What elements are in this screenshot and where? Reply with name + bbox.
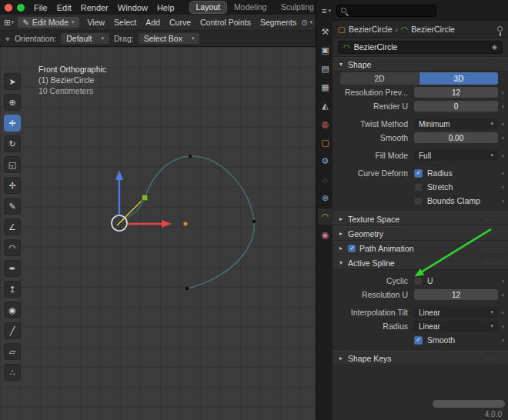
- window-zoom-button[interactable]: [17, 4, 25, 12]
- tilt-tool-button[interactable]: ╱: [4, 322, 21, 339]
- decorator-dot-icon[interactable]: [502, 105, 504, 108]
- orientation-dropdown[interactable]: Default ▾: [61, 33, 109, 44]
- panel-grip-icon[interactable]: [484, 245, 503, 252]
- menu-add[interactable]: Add: [141, 18, 165, 27]
- extrude-tool-button[interactable]: ↥: [4, 281, 21, 298]
- select-box-tool-button[interactable]: ➤: [4, 73, 21, 90]
- control-point[interactable]: [185, 287, 189, 290]
- menu-file[interactable]: File: [29, 3, 52, 12]
- dimension-2d-button[interactable]: 2D: [340, 72, 419, 85]
- window-close-button[interactable]: [5, 4, 12, 12]
- 3d-viewport[interactable]: ➤ ⊕ ✛ ↻ ◱ ✢ ✎ ∠ ◠ ✒ ↥ ◉ ╱ ▱ ∴ Front Orth…: [0, 47, 316, 420]
- decorator-dot-icon[interactable]: [502, 325, 504, 328]
- path-animation-checkbox[interactable]: [348, 245, 356, 252]
- control-point[interactable]: [252, 220, 256, 223]
- tab-object-data[interactable]: ◠: [318, 208, 333, 225]
- tab-tool[interactable]: ⚒: [318, 24, 333, 40]
- tab-physics[interactable]: ◌: [318, 172, 333, 188]
- workspace-tab-modeling[interactable]: Modeling: [228, 2, 273, 13]
- decorator-dot-icon[interactable]: [502, 294, 504, 296]
- rotate-tool-button[interactable]: ↻: [4, 135, 21, 152]
- move-tool-button[interactable]: ✛: [4, 115, 21, 132]
- handle-line[interactable]: [117, 198, 145, 225]
- panel-grip-icon[interactable]: [484, 259, 503, 267]
- menu-window[interactable]: Window: [113, 3, 152, 12]
- draw-curve-tool-button[interactable]: ◠: [4, 239, 21, 256]
- interpolation-radius-dropdown[interactable]: Linear: [414, 321, 498, 332]
- panel-header-path-animation[interactable]: Path Animation: [333, 241, 508, 255]
- shear-tool-button[interactable]: ▱: [4, 343, 21, 360]
- annotate-tool-button[interactable]: ✎: [4, 198, 21, 215]
- transform-tool-button[interactable]: ✢: [4, 177, 21, 194]
- tab-scene[interactable]: ◭: [318, 98, 333, 114]
- gizmo-z-arrowhead[interactable]: [115, 170, 123, 180]
- spline-smooth-checkbox[interactable]: [414, 336, 423, 345]
- menu-segments[interactable]: Segments: [256, 18, 301, 27]
- dimension-3d-button[interactable]: 3D: [419, 72, 498, 85]
- mode-dropdown[interactable]: ✎ Edit Mode ▾: [18, 17, 79, 28]
- tab-world[interactable]: ◍: [318, 116, 333, 132]
- cursor-tool-button[interactable]: ⊕: [4, 94, 21, 111]
- menu-edit[interactable]: Edit: [52, 3, 76, 12]
- pen-tool-button[interactable]: ✒: [4, 260, 21, 277]
- fake-user-shield-icon[interactable]: ◈: [492, 43, 497, 51]
- fill-mode-dropdown[interactable]: Full: [414, 150, 498, 161]
- panel-header-shape-keys[interactable]: Shape Keys: [333, 351, 508, 365]
- measure-tool-button[interactable]: ∠: [4, 218, 21, 235]
- decorator-dot-icon[interactable]: [502, 137, 504, 139]
- resolution-preview-field[interactable]: 12: [414, 87, 498, 98]
- decorator-dot-icon[interactable]: [502, 155, 504, 157]
- selected-control-point[interactable]: [142, 195, 148, 201]
- properties-editor-type-button[interactable]: ≡ ▾: [322, 6, 331, 15]
- twist-smooth-field[interactable]: 0.00: [414, 132, 498, 143]
- tab-object[interactable]: ▢: [318, 135, 333, 151]
- cyclic-u-checkbox[interactable]: [414, 277, 423, 285]
- pin-icon[interactable]: [497, 26, 503, 32]
- stretch-checkbox[interactable]: [414, 183, 423, 192]
- menu-control-points[interactable]: Control Points: [196, 18, 256, 27]
- twist-method-dropdown[interactable]: Minimum: [414, 118, 498, 129]
- breadcrumb-object[interactable]: BezierCircle: [349, 25, 393, 34]
- horizontal-scrollbar[interactable]: [433, 400, 505, 408]
- datablock-name-field[interactable]: ◠ BezierCircle ◈: [338, 41, 503, 54]
- decorator-dot-icon[interactable]: [502, 280, 504, 282]
- decorator-dot-icon[interactable]: [502, 172, 504, 175]
- decorator-dot-icon[interactable]: [502, 92, 504, 94]
- panel-grip-icon[interactable]: [484, 61, 503, 68]
- snapping-controls[interactable]: ⊙ ▾: [301, 18, 312, 27]
- workspace-tab-sculpting[interactable]: Sculpting: [275, 2, 320, 13]
- tab-view-layer[interactable]: ▦: [318, 79, 333, 95]
- gizmo-x-arrowhead[interactable]: [162, 220, 172, 228]
- decorator-dot-icon[interactable]: [502, 339, 504, 342]
- panel-header-active-spline[interactable]: Active Spline: [333, 255, 508, 270]
- panel-header-shape[interactable]: Shape: [333, 57, 508, 72]
- menu-help[interactable]: Help: [152, 3, 179, 12]
- menu-curve[interactable]: Curve: [165, 18, 196, 27]
- tab-render[interactable]: ▣: [318, 42, 333, 58]
- tab-modifiers[interactable]: ⚙: [318, 153, 333, 169]
- tab-output[interactable]: ▤: [318, 61, 333, 77]
- menu-render[interactable]: Render: [76, 3, 113, 12]
- randomize-tool-button[interactable]: ∴: [4, 364, 21, 381]
- radius-tool-button[interactable]: ◉: [4, 302, 21, 318]
- editor-type-button[interactable]: ⊞ ▾: [4, 18, 14, 27]
- tab-constraints[interactable]: ⊗: [318, 190, 333, 206]
- decorator-dot-icon[interactable]: [502, 123, 504, 125]
- panel-grip-icon[interactable]: [484, 230, 503, 238]
- spline-resolution-field[interactable]: 12: [414, 289, 498, 300]
- menu-select[interactable]: Select: [109, 18, 141, 27]
- tab-material[interactable]: ◉: [318, 227, 333, 243]
- bounds-clamp-checkbox[interactable]: [414, 197, 423, 205]
- properties-search-box[interactable]: [336, 5, 436, 17]
- panel-header-geometry[interactable]: Geometry: [333, 226, 508, 241]
- panel-grip-icon[interactable]: [484, 355, 503, 362]
- decorator-dot-icon[interactable]: [502, 186, 504, 188]
- menu-view[interactable]: View: [83, 18, 110, 27]
- drag-dropdown[interactable]: Select Box ▾: [139, 33, 200, 44]
- breadcrumb-data[interactable]: BezierCircle: [411, 25, 455, 34]
- panel-grip-icon[interactable]: [484, 215, 503, 223]
- panel-header-texture-space[interactable]: Texture Space: [333, 212, 508, 226]
- render-u-field[interactable]: 0: [414, 101, 498, 112]
- scale-tool-button[interactable]: ◱: [4, 156, 21, 173]
- search-input[interactable]: [349, 6, 432, 15]
